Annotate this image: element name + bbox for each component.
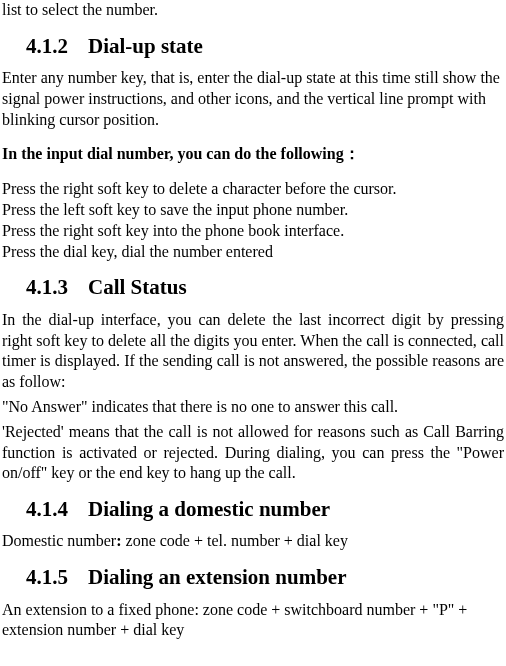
instruction-item: Press the left soft key to save the inpu…: [2, 200, 504, 221]
section-number: 4.1.3: [26, 274, 68, 301]
call-status-para1: In the dial-up interface, you can delete…: [2, 310, 504, 393]
section-title: Dialing a domestic number: [88, 497, 330, 521]
heading-call-status: 4.1.3Call Status: [2, 274, 504, 301]
instruction-item: Press the right soft key into the phone …: [2, 221, 504, 242]
extension-number-line: An extension to a fixed phone: zone code…: [2, 600, 504, 642]
section-number: 4.1.2: [26, 33, 68, 60]
section-title: Call Status: [88, 275, 187, 299]
section-title: Dial-up state: [88, 34, 203, 58]
section-number: 4.1.4: [26, 496, 68, 523]
fragment-previous-page: list to select the number.: [2, 0, 504, 21]
dial-up-instructions-list: Press the right soft key to delete a cha…: [2, 179, 504, 262]
dial-up-state-intro: Enter any number key, that is, enter the…: [2, 68, 504, 130]
instruction-item: Press the dial key, dial the number ente…: [2, 242, 504, 263]
heading-dialing-extension: 4.1.5Dialing an extension number: [2, 564, 504, 591]
dial-up-state-bold-lead: In the input dial number, you can do the…: [2, 144, 504, 165]
domestic-number-line: Domestic number: zone code + tel. number…: [2, 531, 504, 552]
heading-dialing-domestic: 4.1.4Dialing a domestic number: [2, 496, 504, 523]
heading-dial-up-state: 4.1.2Dial-up state: [2, 33, 504, 60]
instruction-item: Press the right soft key to delete a cha…: [2, 179, 504, 200]
call-status-para2: "No Answer" indicates that there is no o…: [2, 397, 504, 418]
call-status-para3: 'Rejected' means that the call is not al…: [2, 422, 504, 484]
section-title: Dialing an extension number: [88, 565, 346, 589]
section-number: 4.1.5: [26, 564, 68, 591]
